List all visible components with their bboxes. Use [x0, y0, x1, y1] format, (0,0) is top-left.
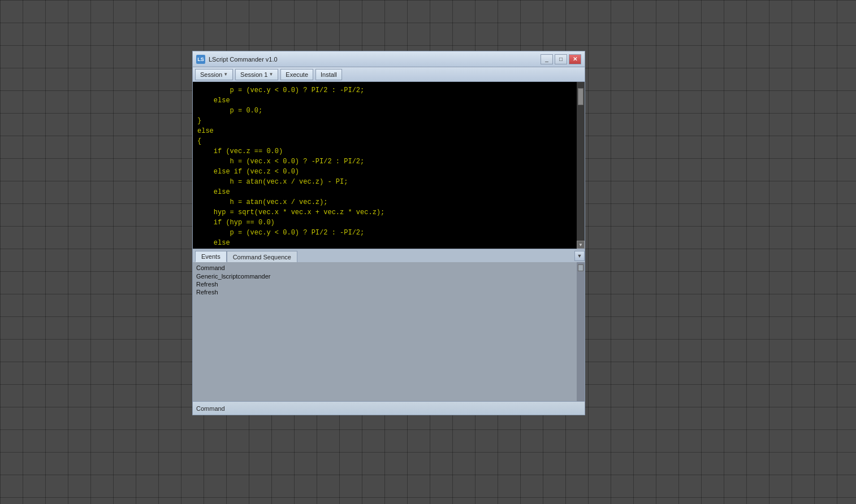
- events-panel: Command Generic_lscriptcommander Refresh…: [193, 262, 585, 401]
- session1-arrow-icon: ▼: [269, 72, 273, 77]
- execute-button[interactable]: Execute: [280, 69, 313, 80]
- session-arrow-icon: ▼: [223, 72, 228, 77]
- code-scrollbar-thumb[interactable]: [578, 88, 583, 105]
- tab-command-sequence[interactable]: Command Sequence: [227, 251, 297, 262]
- events-column-header: Command: [193, 263, 577, 272]
- session-button[interactable]: Session ▼: [195, 69, 233, 80]
- code-scrollbar-vertical[interactable]: ▼: [577, 82, 585, 249]
- close-button[interactable]: ✕: [569, 54, 581, 64]
- code-content[interactable]: p = (vec.y < 0.0) ? PI/2 : -PI/2; else p…: [193, 82, 577, 249]
- title-bar: LS LScript Commander v1.0 _ □ ✕: [193, 51, 585, 67]
- code-scrollbar-down-btn[interactable]: ▼: [577, 241, 585, 249]
- events-scrollbar-vertical[interactable]: [577, 262, 585, 401]
- list-item: Refresh: [193, 288, 577, 296]
- maximize-button[interactable]: □: [555, 54, 567, 64]
- main-window: LS LScript Commander v1.0 _ □ ✕ Session …: [192, 51, 585, 415]
- list-item: Refresh: [193, 280, 577, 288]
- app-icon: LS: [196, 55, 205, 64]
- tabs-bar: Events Command Sequence ▼: [193, 249, 585, 262]
- status-bar: Command: [193, 401, 585, 415]
- list-item: Generic_lscriptcommander: [193, 272, 577, 280]
- window-title: LScript Commander v1.0: [209, 56, 541, 63]
- tab-events[interactable]: Events: [195, 251, 227, 262]
- code-editor[interactable]: p = (vec.y < 0.0) ? PI/2 : -PI/2; else p…: [193, 82, 585, 249]
- session1-button[interactable]: Session 1 ▼: [235, 69, 278, 80]
- tab-dropdown-icon[interactable]: ▼: [574, 251, 585, 261]
- events-list: Command Generic_lscriptcommander Refresh…: [193, 262, 577, 401]
- minimize-button[interactable]: _: [541, 54, 553, 64]
- status-command-label: Command: [196, 405, 225, 412]
- toolbar: Session ▼ Session 1 ▼ Execute Install: [193, 67, 585, 82]
- title-buttons: _ □ ✕: [541, 54, 581, 64]
- events-scrollbar-thumb[interactable]: [578, 264, 583, 271]
- install-button[interactable]: Install: [315, 69, 342, 80]
